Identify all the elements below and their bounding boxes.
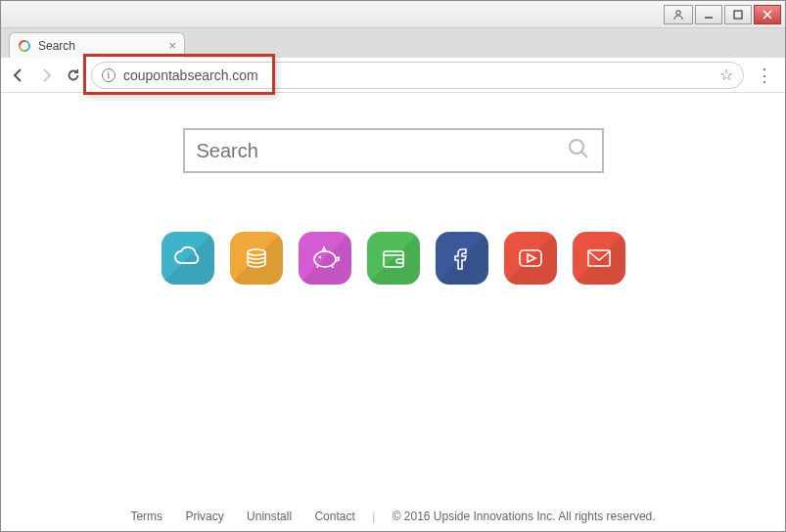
forward-button[interactable]: [36, 66, 56, 85]
browser-tab[interactable]: Search ×: [9, 32, 185, 58]
svg-point-8: [570, 140, 583, 154]
close-button[interactable]: [754, 5, 781, 24]
svg-point-0: [676, 10, 680, 14]
browser-menu-button[interactable]: ⋮: [752, 65, 777, 86]
user-button[interactable]: [664, 5, 693, 24]
tab-title: Search: [38, 39, 75, 53]
search-box[interactable]: [183, 128, 604, 173]
shortcut-youtube[interactable]: [504, 232, 557, 285]
footer-link-terms[interactable]: Terms: [130, 510, 162, 523]
svg-rect-2: [734, 11, 742, 19]
reload-button[interactable]: [64, 66, 83, 85]
bookmark-star-icon[interactable]: ☆: [719, 66, 733, 84]
shortcut-piggy[interactable]: [299, 232, 351, 285]
svg-point-11: [314, 251, 336, 267]
browser-toolbar: i coupontabsearch.com ☆ ⋮: [1, 58, 785, 93]
favicon-icon: [18, 39, 31, 53]
search-input[interactable]: [197, 140, 567, 162]
svg-line-9: [581, 152, 587, 157]
maximize-button[interactable]: [724, 5, 752, 24]
footer-separator: |: [372, 510, 375, 523]
address-bar[interactable]: i coupontabsearch.com ☆: [91, 62, 744, 89]
url-text: coupontabsearch.com: [123, 67, 258, 83]
shortcut-facebook[interactable]: [436, 232, 488, 285]
shortcut-cloud[interactable]: [162, 232, 214, 285]
shortcut-mail[interactable]: [573, 232, 625, 285]
page-footer: Terms Privacy Uninstall Contact | © 2016…: [1, 510, 785, 523]
page-content: Terms Privacy Uninstall Contact | © 2016…: [1, 94, 785, 531]
footer-copyright: © 2016 Upside Innovations Inc. All right…: [393, 510, 656, 523]
tab-close-icon[interactable]: ×: [168, 38, 176, 53]
footer-link-privacy[interactable]: Privacy: [185, 510, 223, 523]
minimize-button[interactable]: [695, 5, 722, 24]
site-info-icon[interactable]: i: [102, 68, 116, 82]
svg-point-12: [318, 256, 320, 258]
tab-strip: Search ×: [1, 28, 785, 58]
shortcut-row: [1, 232, 785, 285]
search-icon[interactable]: [567, 137, 590, 164]
shortcut-wallet[interactable]: [367, 232, 420, 285]
back-button[interactable]: [9, 66, 28, 85]
window-titlebar: [1, 1, 785, 28]
shortcut-coins[interactable]: [230, 232, 283, 285]
svg-point-10: [248, 249, 265, 255]
footer-link-uninstall[interactable]: Uninstall: [247, 510, 292, 523]
footer-link-contact[interactable]: Contact: [314, 510, 354, 523]
svg-rect-15: [588, 250, 610, 266]
svg-rect-14: [520, 250, 541, 266]
